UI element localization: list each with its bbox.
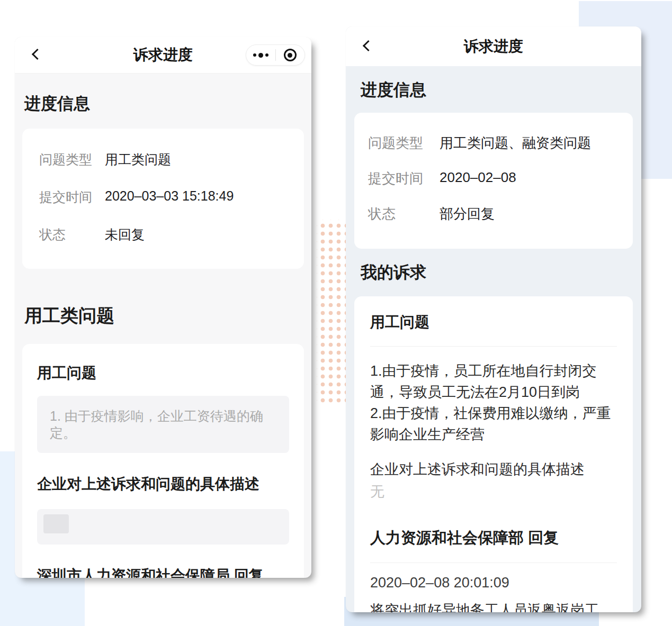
info-row-type: 问题类型 用工类问题 (39, 151, 287, 168)
row-value: 用工类问题 (105, 151, 171, 168)
reply-heading: 深圳市人力资源和社会保障局 回复 (37, 566, 289, 578)
more-dot-icon (265, 53, 268, 57)
more-dot-icon (258, 53, 263, 58)
left-body: 进度信息 问题类型 用工类问题 提交时间 2020–03–03 15:18:49… (15, 93, 311, 578)
description-field (37, 509, 289, 545)
info-row-time: 提交时间 2020–03–03 15:18:49 (39, 188, 287, 206)
progress-info-card: 问题类型 用工类问题、融资类问题 提交时间 2020–02–08 状态 部分回复 (354, 113, 633, 249)
row-value: 用工类问题、融资类问题 (440, 134, 591, 152)
reply-timestamp: 2020–02–08 20:01:09 (370, 575, 617, 591)
issue-category-heading: 用工类问题 (24, 304, 302, 328)
right-body: 进度信息 问题类型 用工类问题、融资类问题 提交时间 2020–02–08 状态… (346, 79, 641, 612)
info-row-status: 状态 未回复 (39, 226, 287, 243)
row-label: 提交时间 (368, 169, 440, 188)
right-page-title: 诉求进度 (346, 37, 641, 57)
redacted-content-block (43, 514, 69, 533)
page-canvas: 诉求进度 进度信息 问题类型 用工类问题 提交时间 2 (0, 0, 672, 626)
progress-info-card: 问题类型 用工类问题 提交时间 2020–03–03 15:18:49 状态 未… (22, 129, 304, 269)
info-row-time: 提交时间 2020–02–08 (368, 169, 619, 188)
description-value: 无 (370, 482, 617, 501)
row-label: 问题类型 (39, 151, 105, 168)
more-dot-icon (253, 53, 256, 57)
left-phone-screenshot: 诉求进度 进度信息 问题类型 用工类问题 提交时间 2 (15, 37, 311, 578)
left-navbar: 诉求进度 (15, 37, 311, 74)
target-icon (284, 49, 297, 61)
appeal-issues: 1.由于疫情，员工所在地自行封闭交通，导致员工无法在2月10日到岗 2.由于疫情… (370, 360, 617, 445)
reply-heading: 人力资源和社会保障部 回复 (370, 528, 617, 549)
row-value: 2020–03–03 15:18:49 (105, 188, 234, 206)
row-label: 提交时间 (39, 188, 105, 206)
status-value: 部分回复 (440, 205, 495, 223)
description-heading: 企业对上述诉求和问题的具体描述 (370, 460, 617, 479)
appeal-issue-item: 1.由于疫情，员工所在地自行封闭交通，导致员工无法在2月10日到岗 (370, 360, 617, 403)
issue-card: 用工问题 1. 由于疫情影响，企业工资待遇的确定。 企业对上述诉求和问题的具体描… (22, 344, 304, 578)
row-label: 状态 (39, 226, 105, 243)
decor-dot-pattern (317, 220, 347, 403)
row-value: 2020–02–08 (440, 169, 516, 188)
appeal-issue-item: 2.由于疫情，社保费用难以缴纳，严重影响企业生产经营 (370, 403, 617, 445)
reply-text: 将突出抓好异地务工人员返粤返岗工作，精准摸查招工用工情况，引导节后务工人员分散分… (370, 600, 617, 612)
info-row-status: 状态 部分回复 (368, 205, 619, 223)
row-label: 状态 (368, 205, 440, 223)
more-options-button[interactable] (246, 45, 275, 65)
appeal-card-title: 用工问题 (370, 312, 617, 332)
description-heading: 企业对上述诉求和问题的具体描述 (37, 474, 289, 494)
exit-miniprogram-button[interactable] (276, 45, 305, 65)
appeal-card: 用工问题 1.由于疫情，员工所在地自行封闭交通，导致员工无法在2月10日到岗 2… (354, 296, 633, 612)
info-row-type: 问题类型 用工类问题、融资类问题 (368, 134, 619, 152)
issue-card-title: 用工问题 (37, 363, 289, 383)
row-label: 问题类型 (368, 134, 440, 152)
card-divider (370, 563, 617, 563)
right-phone-screenshot: 诉求进度 进度信息 问题类型 用工类问题、融资类问题 提交时间 2020–02–… (346, 26, 641, 612)
my-appeal-heading: 我的诉求 (361, 261, 626, 284)
status-value: 未回复 (105, 226, 145, 243)
card-divider (370, 346, 617, 347)
issue-placeholder-field: 1. 由于疫情影响，企业工资待遇的确定。 (37, 396, 289, 453)
progress-info-heading: 进度信息 (361, 79, 626, 101)
wechat-capsule (246, 44, 305, 66)
progress-info-heading: 进度信息 (24, 93, 302, 115)
right-navbar: 诉求进度 (346, 26, 641, 66)
